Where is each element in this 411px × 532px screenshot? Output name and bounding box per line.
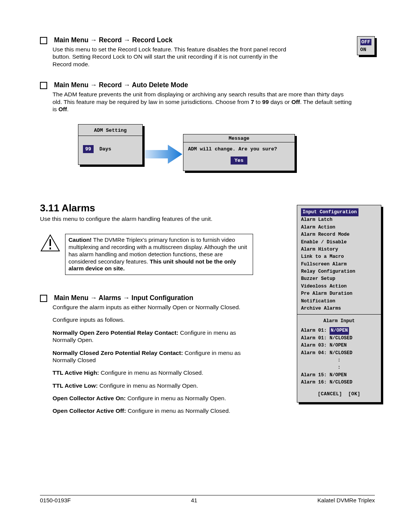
checkbox-icon (40, 82, 47, 89)
alarm-input-row[interactable]: Alarm 01: N/CLOSED (301, 335, 377, 342)
checkbox-icon (40, 37, 47, 44)
row-value: N/OPEN (330, 343, 347, 348)
ic-tal-lead: TTL Active Low: (53, 382, 98, 389)
alarm-menu-item[interactable]: Pre Alarm Duration (301, 290, 377, 297)
row-label: Alarm 16: (301, 380, 327, 385)
alarm-input-title: Alarm Input (301, 318, 377, 325)
alarm-menu-item[interactable]: Videoloss Action (301, 283, 377, 290)
message-text: ADM will change. Are you sure? (186, 146, 292, 152)
page-footer: 0150-0193F 41 Kalatel DVMRe Triplex (40, 495, 375, 503)
ic-nc-lead: Normally Closed Zero Potential Relay Con… (53, 350, 183, 356)
message-title: Message (183, 134, 295, 142)
adm-b99: 99 (262, 99, 269, 105)
record-lock-body: Use this menu to set the Record Lock fea… (53, 46, 292, 68)
svg-rect-3 (49, 248, 51, 249)
alarm-menu-item[interactable]: Alarm Action (301, 224, 377, 231)
alarm-input-box: Alarm Input Alarm 01: N/OPEN Alarm 01: N… (297, 314, 381, 403)
adm-boff2: Off (59, 106, 67, 112)
ic-tah-body: Configure in menu as Normally Closed. (99, 369, 203, 376)
row-label: Alarm 15: (301, 372, 327, 378)
adm-boff: Off (292, 99, 300, 105)
alarm-menu-item[interactable]: Fullscreen Alarm (301, 261, 377, 268)
ok-button[interactable]: [OK] (348, 391, 360, 397)
adm-end: . (67, 106, 68, 112)
adm-title: Main Menu → Record → Auto Delete Mode (54, 81, 188, 89)
adm-days: Days (99, 146, 111, 152)
yes-button[interactable]: Yes (231, 157, 247, 165)
ic-tal-body: Configure in menu as Normally Open. (98, 382, 198, 389)
adm-b7: 7 (251, 99, 254, 105)
row-value: N/CLOSED (330, 335, 352, 341)
dots: : (301, 357, 377, 364)
alarm-menu-item[interactable]: Link to a Macro (301, 253, 377, 260)
adm-mid1: to (254, 99, 263, 105)
row-label: Alarm 03: (301, 343, 327, 348)
cancel-button[interactable]: [CANCEL] (318, 391, 342, 397)
alarm-menu-item[interactable]: Input Configuration (301, 208, 358, 216)
onoff-menu-box: OFF ON (357, 36, 375, 55)
warning-triangle-icon (40, 234, 61, 252)
ic-no-lead: Normally Open Zero Potential Relay Conta… (53, 329, 178, 336)
dots: : (301, 364, 377, 371)
row-label: Alarm 01: (301, 335, 327, 341)
adm-body: The ADM feature prevents the unit from d… (53, 91, 353, 113)
svg-marker-0 (145, 145, 182, 164)
alarm-input-row[interactable]: Alarm 16: N/CLOSED (301, 379, 377, 386)
row-label: Alarm 01: (301, 328, 327, 333)
ic-ocon-lead: Open Collector Active On: (53, 395, 126, 401)
svg-rect-2 (49, 239, 51, 246)
row-value: N/CLOSED (330, 380, 352, 385)
footer-right: Kalatel DVMRe Triplex (317, 497, 375, 503)
adm-mid2: days or (269, 99, 291, 105)
adm-heading: Main Menu → Record → Auto Delete Mode (40, 81, 375, 89)
alarm-menu-item[interactable]: Alarm History (301, 246, 377, 253)
checkbox-icon (40, 295, 47, 302)
ic-tah-lead: TTL Active High: (53, 369, 99, 376)
alarm-menu-item[interactable]: Buzzer Setup (301, 275, 377, 283)
record-lock-heading: Main Menu → Record → Record Lock (40, 36, 375, 44)
alarm-menu-item[interactable]: Enable / Disable (301, 239, 377, 246)
alarm-menu-item[interactable]: Archive Alarms (301, 305, 377, 312)
alarm-menu-item[interactable]: Alarm Record Mode (301, 231, 377, 238)
ic-ocoff-body: Configure in menu as Normally Closed. (126, 407, 230, 414)
alarm-menu-item[interactable]: Alarm Latch (301, 216, 377, 224)
alarm-input-row[interactable]: Alarm 15: N/OPEN (301, 372, 377, 379)
message-box: Message ADM will change. Are you sure? Y… (183, 134, 295, 171)
alarm-menu-item[interactable]: Relay Configuration (301, 268, 377, 275)
ic-ocoff-lead: Open Collector Active Off: (53, 407, 126, 414)
caution-lead: Caution! (68, 236, 92, 243)
ic-p2: Configure inputs as follows. (53, 316, 250, 323)
adm-setting-title: ADM Setting (78, 125, 142, 136)
adm-setting-box: ADM Setting 99 Days (78, 124, 143, 165)
onoff-off[interactable]: OFF (360, 39, 371, 45)
ic-p1: Configure the alarm inputs as either Nor… (53, 304, 250, 311)
row-value: N/OPEN (330, 372, 347, 378)
footer-page-number: 41 (191, 497, 198, 503)
alarm-menu-item[interactable]: Notification (301, 298, 377, 305)
row-value: N/CLOSED (330, 350, 352, 356)
ic-ocon-body: Configure in menu as Normally Open. (126, 395, 226, 401)
onoff-on[interactable]: ON (360, 47, 371, 53)
alarm-input-row[interactable]: Alarm 04: N/CLOSED (301, 350, 377, 357)
row-label: Alarm 04: (301, 350, 327, 356)
alarm-input-row[interactable]: Alarm 03: N/OPEN (301, 342, 377, 349)
input-config-title: Main Menu → Alarms → Input Configuration (54, 294, 193, 302)
gradient-arrow-icon (145, 144, 183, 165)
alarm-input-row[interactable]: Alarm 01: N/OPEN (301, 327, 377, 334)
record-lock-title: Main Menu → Record → Record Lock (54, 36, 172, 44)
row-value: N/OPEN (330, 327, 349, 334)
adm-value[interactable]: 99 (83, 145, 94, 153)
alarm-menu-box: Input Configuration Alarm Latch Alarm Ac… (297, 205, 381, 316)
caution-note: Caution! The DVMRe Triplex's primary fun… (40, 234, 253, 275)
input-config-body: Configure the alarm inputs as either Nor… (53, 304, 250, 415)
adm-flow-graphic: ADM Setting 99 Days (78, 124, 375, 185)
footer-left: 0150-0193F (40, 497, 71, 503)
